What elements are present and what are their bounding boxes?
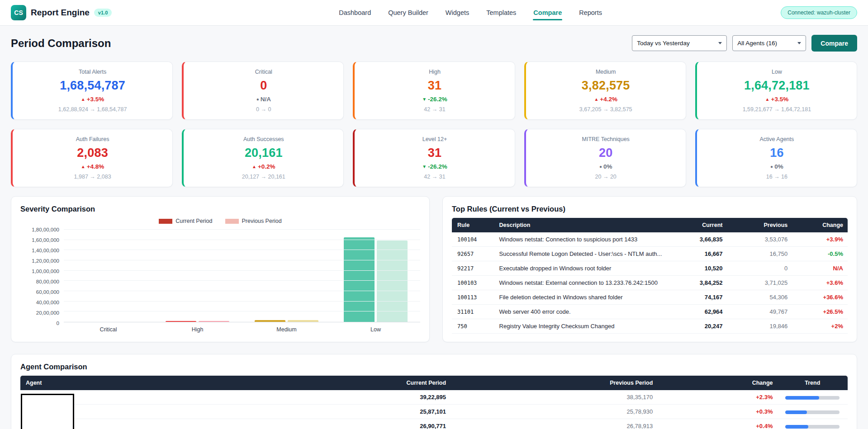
stat-card-critical: Critical 0 ●N/A 0 → 0 xyxy=(182,61,344,120)
stat-card-total-alerts: Total Alerts 1,68,54,787 ▲+3.5% 1,62,88,… xyxy=(11,61,173,120)
brand: CS Report Engine v1.0 xyxy=(11,5,160,20)
rules-header-change: Change xyxy=(792,218,848,232)
x-label-high: High xyxy=(153,326,242,333)
compare-button[interactable]: Compare xyxy=(811,35,857,52)
y-tick-label: 40,00,000 xyxy=(36,300,59,305)
y-tick-label: 1,60,00,000 xyxy=(32,237,59,243)
agent-comparison-table: Agent Current Period Previous Period Cha… xyxy=(20,376,848,429)
y-tick-label: 0 xyxy=(57,321,59,326)
trend-bar-fill xyxy=(785,425,808,429)
stat-card-change: ●N/A xyxy=(188,96,339,103)
severity-chart-title: Severity Comparison xyxy=(20,205,420,213)
previous-period-swatch-icon xyxy=(225,219,239,224)
stat-card-label: Auth Successes xyxy=(188,136,339,142)
legend-label: Current Period xyxy=(175,218,212,224)
stat-card-label: Level 12+ xyxy=(359,136,510,142)
main-nav: Dashboard Query Builder Widgets Template… xyxy=(160,5,781,20)
trend-arrow-icon: ● xyxy=(256,97,259,102)
charts-row: Severity Comparison Current Period Previ… xyxy=(11,196,857,342)
trend-bar-fill xyxy=(785,396,819,400)
agent-header-change: Change xyxy=(657,376,777,390)
y-tick-label: 1,00,00,000 xyxy=(32,269,59,274)
stat-card-label: Total Alerts xyxy=(17,69,168,75)
app-logo-icon: CS xyxy=(11,5,26,20)
medium-previous-bar xyxy=(288,320,318,322)
stat-card-label: Auth Failures xyxy=(17,136,168,142)
gridline xyxy=(64,280,420,281)
legend-item-previous: Previous Period xyxy=(225,218,282,224)
stat-card-label: High xyxy=(359,69,510,75)
rule-row: 31101 Web server 400 error code. 62,964 … xyxy=(452,305,848,319)
stat-card-value: 20,161 xyxy=(188,146,339,160)
stat-card-low: Low 1,64,72,181 ▲+3.5% 1,59,21,677 → 1,6… xyxy=(695,61,857,120)
stat-card-value: 1,68,54,787 xyxy=(17,79,168,93)
severity-bar-chart: 1,80,00,0001,60,00,0001,40,00,0001,20,00… xyxy=(20,230,420,333)
current-period-swatch-icon xyxy=(159,219,172,224)
rules-header-previous: Previous xyxy=(727,218,792,232)
stat-card-range: 1,987 → 2,083 xyxy=(17,174,168,180)
x-label-critical: Critical xyxy=(64,326,153,333)
stat-card-mitre-techniques: MITRE Techniques 20 ●0% 20 → 20 xyxy=(524,129,686,187)
bar-group-low xyxy=(331,230,420,322)
trend-arrow-icon: ▲ xyxy=(252,164,256,169)
stat-card-label: Low xyxy=(702,69,852,75)
nav-item-templates[interactable]: Templates xyxy=(486,5,517,20)
stat-card-value: 0 xyxy=(188,79,339,93)
stat-card-auth-failures: Auth Failures 2,083 ▲+4.8% 1,987 → 2,083 xyxy=(11,129,173,187)
medium-current-bar xyxy=(255,320,285,322)
trend-bar xyxy=(785,396,840,400)
gridline xyxy=(64,311,420,311)
y-tick-label: 1,80,00,000 xyxy=(32,227,59,232)
stat-card-label: Active Agents xyxy=(702,136,852,142)
nav-item-query-builder[interactable]: Query Builder xyxy=(388,5,429,20)
period-select-value: Today vs Yesterday xyxy=(637,40,689,47)
x-label-medium: Medium xyxy=(242,326,331,333)
agent-comparison-panel: Agent Comparison Agent Current Period Pr… xyxy=(11,354,857,429)
agent-row: 39,22,895 38,35,170 +2.3% xyxy=(20,390,848,405)
trend-arrow-icon: ▼ xyxy=(422,97,427,102)
stat-card-value: 31 xyxy=(359,79,510,93)
bar-group-critical xyxy=(64,230,153,322)
stat-card-range: 1,62,88,924 → 1,68,54,787 xyxy=(17,106,168,113)
legend-label: Previous Period xyxy=(242,218,282,224)
stat-card-value: 3,82,575 xyxy=(531,79,681,93)
agent-header-previous: Previous Period xyxy=(451,376,657,390)
stat-card-auth-successes: Auth Successes 20,161 ▲+0.2% 20,127 → 20… xyxy=(182,129,344,187)
nav-item-compare[interactable]: Compare xyxy=(533,5,562,20)
stat-card-change: ●0% xyxy=(702,163,852,170)
high-previous-bar xyxy=(199,321,229,322)
trend-bar-fill xyxy=(785,410,807,414)
nav-item-dashboard[interactable]: Dashboard xyxy=(338,5,371,20)
stat-card-high: High 31 ▼-26.2% 42 → 31 xyxy=(353,61,515,120)
stat-card-change: ▲+3.5% xyxy=(17,96,168,103)
top-rules-panel: Top Rules (Current vs Previous) Rule Des… xyxy=(442,196,857,342)
stat-card-range: 3,67,205 → 3,82,575 xyxy=(531,106,681,113)
stat-card-value: 20 xyxy=(531,146,681,160)
stat-card-value: 2,083 xyxy=(17,146,168,160)
gridline xyxy=(64,291,420,291)
rule-row: 100113 File deletion detected in Windows… xyxy=(452,290,848,305)
nav-item-reports[interactable]: Reports xyxy=(579,5,602,20)
trend-arrow-icon: ▲ xyxy=(594,97,598,102)
trend-bar xyxy=(785,410,840,414)
nav-item-widgets[interactable]: Widgets xyxy=(445,5,470,20)
x-label-low: Low xyxy=(331,326,420,333)
stat-card-label: MITRE Techniques xyxy=(531,136,681,142)
agent-header-current: Current Period xyxy=(294,376,451,390)
trend-arrow-icon: ▼ xyxy=(422,164,427,169)
page-content: Period Comparison Today vs Yesterday All… xyxy=(0,26,868,429)
high-current-bar xyxy=(166,321,196,322)
rules-header-current: Current xyxy=(677,218,727,232)
chevron-down-icon xyxy=(718,42,722,44)
agents-select[interactable]: All Agents (16) xyxy=(732,35,806,51)
page-header: Period Comparison Today vs Yesterday All… xyxy=(11,35,857,52)
rule-row: 100103 Windows netstat: External connect… xyxy=(452,276,848,290)
y-tick-label: 1,20,00,000 xyxy=(32,258,59,264)
top-navbar: CS Report Engine v1.0 Dashboard Query Bu… xyxy=(0,0,868,26)
agent-row: 25,87,101 25,78,930 +0.3% xyxy=(20,405,848,419)
stat-card-active-agents: Active Agents 16 ●0% 16 → 16 xyxy=(695,129,857,187)
y-tick-label: 1,40,00,000 xyxy=(32,248,59,253)
period-select[interactable]: Today vs Yesterday xyxy=(632,35,727,51)
stat-card-level-12: Level 12+ 31 ▼-26.2% 42 → 31 xyxy=(353,129,515,187)
rule-row: 100104 Windows netstat: Connection to su… xyxy=(452,232,848,247)
